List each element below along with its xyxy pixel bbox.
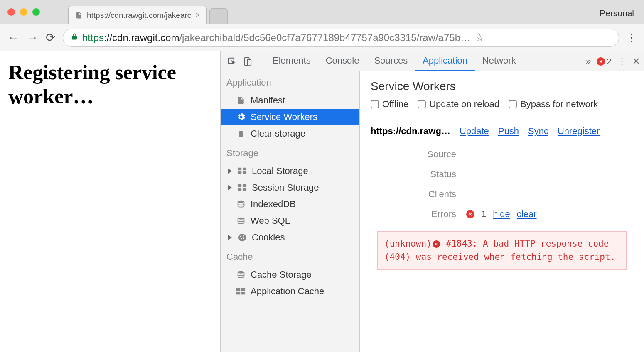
svg-point-16	[241, 238, 242, 239]
sw-error-count: 1	[481, 209, 486, 220]
close-devtools-icon[interactable]: ✕	[632, 56, 640, 67]
devtools-body: Application Manifest Service Workers Cle…	[221, 71, 644, 352]
svg-rect-4	[243, 168, 246, 170]
svg-rect-9	[238, 188, 241, 191]
chevron-right-icon	[228, 169, 232, 174]
svg-point-18	[238, 271, 244, 274]
sw-sync-link[interactable]: Sync	[528, 126, 548, 137]
sw-update-on-reload-checkbox[interactable]: Update on reload	[418, 99, 499, 110]
sidebar-item-label: Application Cache	[251, 286, 324, 297]
bookmark-icon[interactable]: ☆	[475, 32, 484, 44]
tab-console[interactable]: Console	[318, 51, 367, 71]
minimize-window-button[interactable]	[20, 8, 27, 16]
sidebar-item-label: IndexedDB	[251, 199, 296, 210]
lock-icon	[71, 32, 78, 43]
forward-button[interactable]: →	[27, 31, 38, 44]
reload-button[interactable]: ⟳	[46, 31, 55, 44]
tab-application[interactable]: Application	[415, 51, 475, 71]
sw-bypass-network-checkbox[interactable]: Bypass for network	[509, 99, 598, 110]
svg-rect-21	[236, 292, 240, 294]
sidebar-item-label: Web SQL	[251, 215, 290, 226]
svg-rect-22	[241, 292, 245, 294]
maximize-window-button[interactable]	[32, 8, 40, 16]
back-button[interactable]: ←	[7, 31, 19, 44]
window-controls	[7, 8, 40, 16]
page-content: Registering service worker…	[0, 51, 220, 352]
sidebar-item-cookies[interactable]: Cookies	[221, 229, 359, 246]
sidebar-item-label: Clear storage	[251, 128, 305, 139]
svg-point-11	[238, 201, 244, 203]
sw-row-clients: Clients	[371, 189, 633, 200]
sw-update-link[interactable]: Update	[460, 126, 489, 137]
checkbox-label: Update on reload	[429, 99, 499, 110]
table-icon	[236, 286, 246, 297]
devtools-toolbar-right: » × 2 ⋮ ✕	[586, 56, 640, 67]
sw-errors-hide-link[interactable]: hide	[493, 209, 510, 220]
sw-offline-checkbox[interactable]: Offline	[371, 99, 408, 110]
url-bar: ← → ⟳ https ://cdn.rawgit.com /jakearchi…	[0, 24, 644, 51]
inspect-icon[interactable]	[225, 54, 239, 68]
sw-push-link[interactable]: Push	[498, 126, 519, 137]
sidebar-item-manifest[interactable]: Manifest	[221, 92, 359, 109]
sw-errors-value: × 1 hide clear	[466, 209, 537, 220]
sidebar-item-websql[interactable]: Web SQL	[221, 213, 359, 229]
file-icon	[236, 95, 246, 106]
browser-tab[interactable]: https://cdn.rawgit.com/jakearc ×	[68, 6, 207, 24]
sidebar-item-label: Service Workers	[251, 112, 317, 122]
sw-row-errors: Errors × 1 hide clear	[371, 209, 633, 220]
sidebar-item-local-storage[interactable]: Local Storage	[221, 163, 359, 179]
sidebar-group-application: Application	[221, 71, 359, 92]
tab-network[interactable]: Network	[475, 51, 524, 71]
separator	[260, 56, 260, 67]
close-tab-icon[interactable]: ×	[195, 11, 200, 20]
error-source: (unknown)	[384, 239, 432, 249]
more-tabs-icon[interactable]: »	[586, 56, 591, 67]
sw-row-source: Source	[371, 149, 633, 160]
sidebar-item-label: Local Storage	[252, 166, 308, 176]
error-circle-icon: ×	[597, 57, 605, 66]
devtools-menu-icon[interactable]: ⋮	[617, 56, 627, 67]
chevron-right-icon	[228, 185, 232, 190]
sw-errors-clear-link[interactable]: clear	[517, 209, 537, 220]
svg-rect-3	[238, 168, 241, 170]
svg-point-17	[243, 237, 244, 239]
sw-unregister-link[interactable]: Unregister	[558, 126, 600, 137]
checkbox-label: Offline	[382, 99, 408, 110]
error-badge[interactable]: × 2	[597, 56, 612, 66]
svg-rect-19	[236, 288, 240, 291]
sidebar-item-service-workers[interactable]: Service Workers	[221, 109, 359, 125]
sw-rows: Source Status Clients Errors × 1 hide cl…	[371, 149, 633, 220]
sw-error-message-box: (unknown)× #1843: A bad HTTP response co…	[377, 231, 627, 270]
cookie-icon	[237, 232, 248, 243]
sw-row-label: Clients	[371, 189, 466, 200]
sidebar-item-indexeddb[interactable]: IndexedDB	[221, 196, 359, 213]
device-toggle-icon[interactable]	[241, 54, 255, 68]
tab-title: https://cdn.rawgit.com/jakearc	[87, 11, 191, 20]
browser-tab-bar: https://cdn.rawgit.com/jakearc × Persona…	[0, 0, 644, 24]
sidebar-item-cache-storage[interactable]: Cache Storage	[221, 266, 359, 283]
new-tab-button[interactable]	[209, 8, 228, 24]
sw-row-status: Status	[371, 169, 633, 180]
checkbox-icon	[418, 100, 426, 108]
profile-label[interactable]: Personal	[600, 8, 634, 18]
gear-icon	[236, 112, 246, 122]
sidebar-item-label: Session Storage	[252, 182, 319, 193]
sidebar-item-session-storage[interactable]: Session Storage	[221, 179, 359, 196]
address-field[interactable]: https ://cdn.rawgit.com /jakearchibald/5…	[63, 29, 619, 47]
sidebar-item-application-cache[interactable]: Application Cache	[221, 283, 359, 300]
trash-icon	[236, 128, 246, 139]
table-icon	[237, 166, 248, 176]
sidebar-item-label: Cookies	[252, 232, 285, 243]
svg-rect-6	[243, 171, 246, 174]
db-icon	[236, 215, 246, 226]
sidebar-item-clear-storage[interactable]: Clear storage	[221, 125, 359, 142]
checkbox-icon	[509, 100, 517, 108]
page-heading: Registering service worker…	[8, 61, 212, 108]
error-circle-icon: ×	[433, 240, 440, 248]
close-window-button[interactable]	[7, 8, 15, 16]
browser-menu-icon[interactable]: ⋮	[627, 32, 637, 44]
svg-point-15	[243, 235, 244, 237]
tab-sources[interactable]: Sources	[366, 51, 415, 71]
sw-actions-row: https://cdn.rawg… Update Push Sync Unreg…	[371, 126, 633, 137]
tab-elements[interactable]: Elements	[265, 51, 318, 71]
